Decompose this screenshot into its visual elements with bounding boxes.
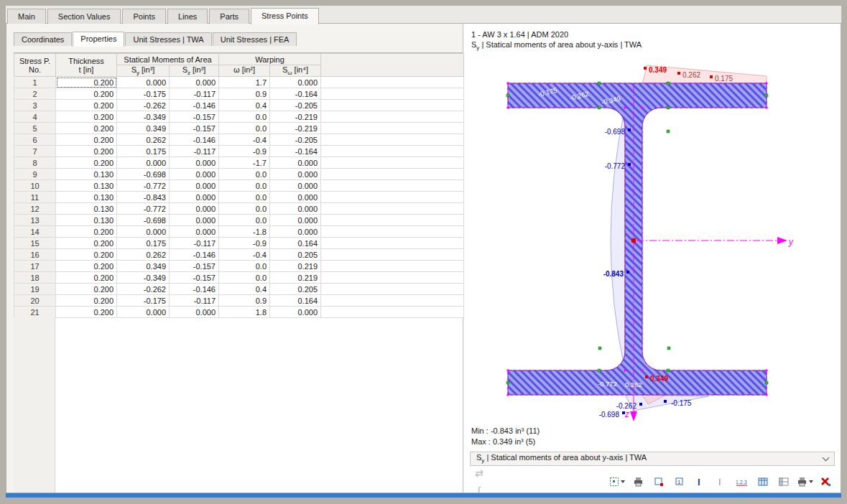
- cell-sy[interactable]: -0.349: [117, 111, 170, 123]
- cell-sy[interactable]: 0.000: [117, 77, 170, 88]
- cell-thickness[interactable]: 0.200: [56, 295, 117, 307]
- cell-omega[interactable]: 0.4: [219, 100, 270, 111]
- subtab-coordinates[interactable]: Coordinates: [14, 32, 72, 46]
- cell-omega[interactable]: 0.0: [219, 272, 270, 284]
- cell-omega[interactable]: -0.9: [219, 238, 270, 249]
- cell-s-omega[interactable]: -0.164: [270, 146, 321, 157]
- cell-sz[interactable]: -0.146: [170, 134, 219, 146]
- cell-s-omega[interactable]: -0.219: [270, 111, 321, 123]
- cell-sy[interactable]: 0.175: [117, 238, 170, 249]
- cell-stress-point-no[interactable]: 12: [14, 203, 56, 215]
- section-outline-button[interactable]: I: [712, 473, 731, 490]
- table-row[interactable]: 8 0.200 0.000 0.000 -1.7 0.000: [14, 157, 464, 169]
- cell-stress-point-no[interactable]: 9: [14, 169, 56, 180]
- cell-sz[interactable]: -0.117: [170, 295, 219, 307]
- cell-sz[interactable]: -0.157: [170, 261, 219, 272]
- tab-section-values[interactable]: Section Values: [47, 9, 121, 24]
- cell-s-omega[interactable]: 0.219: [270, 261, 321, 272]
- table-row[interactable]: 20 0.200 -0.175 -0.117 0.9 0.164: [14, 295, 464, 307]
- cell-s-omega[interactable]: 0.000: [270, 77, 321, 88]
- cell-sz[interactable]: 0.000: [170, 307, 219, 318]
- cell-sy[interactable]: -0.175: [117, 295, 170, 307]
- cell-omega[interactable]: 0.0: [219, 215, 270, 226]
- cell-stress-point-no[interactable]: 14: [14, 226, 56, 238]
- table-row[interactable]: 6 0.200 0.262 -0.146 -0.4 -0.205: [14, 134, 464, 146]
- cell-thickness[interactable]: 0.200: [56, 261, 117, 272]
- cell-stress-point-no[interactable]: 11: [14, 192, 56, 203]
- cell-thickness[interactable]: 0.200: [56, 100, 117, 111]
- stress-point-numbering-button[interactable]: 1: [670, 473, 689, 490]
- cell-sy[interactable]: -0.698: [117, 169, 170, 180]
- cell-s-omega[interactable]: 0.000: [270, 180, 321, 192]
- cell-stress-point-no[interactable]: 13: [14, 215, 56, 226]
- cell-s-omega[interactable]: 0.000: [270, 157, 321, 169]
- table-row[interactable]: 9 0.130 -0.698 0.000 0.0 0.000: [14, 169, 464, 180]
- result-table-button[interactable]: [754, 473, 772, 490]
- cell-sz[interactable]: -0.117: [170, 88, 219, 100]
- table-row[interactable]: 7 0.200 0.175 -0.117 -0.9 -0.164: [14, 146, 464, 157]
- cell-sz[interactable]: 0.000: [170, 215, 219, 226]
- cell-sy[interactable]: -0.772: [117, 203, 170, 215]
- cell-thickness[interactable]: 0.130: [56, 215, 117, 226]
- cell-thickness[interactable]: 0.200: [56, 111, 117, 123]
- table-row[interactable]: 11 0.130 -0.843 0.000 0.0 0.000: [14, 192, 464, 203]
- cell-sz[interactable]: -0.117: [170, 146, 219, 157]
- cell-thickness[interactable]: 0.200: [56, 88, 117, 100]
- cell-s-omega[interactable]: 0.000: [270, 226, 321, 238]
- cell-thickness[interactable]: 0.200: [56, 134, 117, 146]
- cell-s-omega[interactable]: -0.205: [270, 134, 321, 146]
- cell-stress-point-no[interactable]: 18: [14, 272, 56, 284]
- cell-omega[interactable]: 0.0: [219, 192, 270, 203]
- cell-stress-point-no[interactable]: 2: [14, 88, 56, 100]
- numbering-button[interactable]: 1.2.3: [733, 473, 751, 490]
- cell-s-omega[interactable]: -0.219: [270, 123, 321, 134]
- selection-mode-button[interactable]: [608, 473, 626, 490]
- cell-sy[interactable]: -0.772: [117, 180, 170, 192]
- cell-stress-point-no[interactable]: 19: [14, 284, 56, 295]
- cell-stress-point-no[interactable]: 1: [14, 77, 56, 88]
- cell-stress-point-no[interactable]: 10: [14, 180, 56, 192]
- cell-omega[interactable]: 0.9: [219, 295, 270, 307]
- tab-points[interactable]: Points: [122, 9, 166, 24]
- table-row[interactable]: 14 0.200 0.000 0.000 -1.8 0.000: [14, 226, 464, 238]
- table-row[interactable]: 15 0.200 0.175 -0.117 -0.9 0.164: [14, 238, 464, 249]
- cell-omega[interactable]: -1.8: [219, 226, 270, 238]
- cell-omega[interactable]: 0.0: [219, 111, 270, 123]
- cell-sy[interactable]: -0.349: [117, 272, 170, 284]
- cell-omega[interactable]: -0.4: [219, 134, 270, 146]
- cell-sy[interactable]: -0.175: [117, 88, 170, 100]
- cell-omega[interactable]: 0.9: [219, 88, 270, 100]
- cell-omega[interactable]: -0.4: [219, 249, 270, 261]
- cell-sy[interactable]: 0.000: [117, 157, 170, 169]
- tab-lines[interactable]: Lines: [167, 9, 208, 24]
- cell-thickness[interactable]: 0.200: [56, 77, 117, 88]
- cell-sz[interactable]: -0.146: [170, 249, 219, 261]
- cell-sz[interactable]: -0.146: [170, 284, 219, 295]
- cell-sz[interactable]: 0.000: [170, 180, 219, 192]
- subtab-properties[interactable]: Properties: [73, 32, 124, 47]
- cell-sz[interactable]: 0.000: [170, 226, 219, 238]
- cell-omega[interactable]: 1.8: [219, 307, 270, 318]
- cell-thickness[interactable]: 0.200: [56, 284, 117, 295]
- subtab-unit-stresses-twa[interactable]: Unit Stresses | TWA: [125, 32, 211, 46]
- cell-stress-point-no[interactable]: 17: [14, 261, 56, 272]
- table-row[interactable]: 12 0.130 -0.772 0.000 0.0 0.000: [14, 203, 464, 215]
- close-graphic-button[interactable]: [816, 473, 835, 490]
- cell-sz[interactable]: -0.157: [170, 123, 219, 134]
- cell-sy[interactable]: 0.000: [117, 307, 170, 318]
- cell-sz[interactable]: -0.117: [170, 238, 219, 249]
- table-row[interactable]: 10 0.130 -0.772 0.000 0.0 0.000: [14, 180, 464, 192]
- cell-thickness[interactable]: 0.200: [56, 307, 117, 318]
- section-drawing[interactable]: y z: [464, 52, 841, 423]
- cell-omega[interactable]: 0.0: [219, 203, 270, 215]
- table-row[interactable]: 13 0.130 -0.698 0.000 0.0 0.000: [14, 215, 464, 226]
- cell-sy[interactable]: -0.262: [117, 284, 170, 295]
- section-dimensions-button[interactable]: I: [691, 473, 710, 490]
- table-row[interactable]: 17 0.200 0.349 -0.157 0.0 0.219: [14, 261, 464, 272]
- cell-sy[interactable]: 0.262: [117, 249, 170, 261]
- table-row[interactable]: 2 0.200 -0.175 -0.117 0.9 -0.164: [14, 88, 464, 100]
- cell-sz[interactable]: 0.000: [170, 77, 219, 88]
- cell-omega[interactable]: -1.7: [219, 157, 270, 169]
- cell-thickness[interactable]: 0.130: [56, 169, 117, 180]
- print-graphic-button[interactable]: [629, 473, 647, 490]
